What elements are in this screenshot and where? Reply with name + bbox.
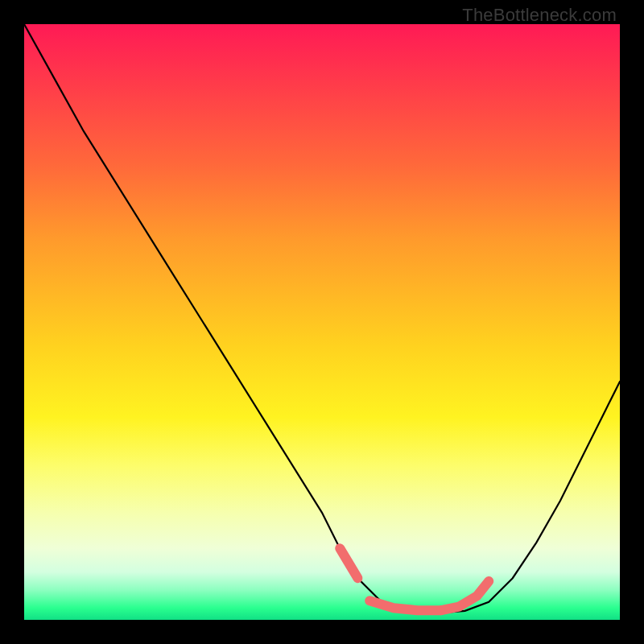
highlight-group xyxy=(340,548,489,610)
chart-frame: TheBottleneck.com xyxy=(0,0,644,644)
highlight-valley-floor xyxy=(369,601,441,610)
highlight-left-shoulder xyxy=(340,548,357,578)
bottleneck-curve xyxy=(24,24,620,613)
highlight-right-shoulder xyxy=(441,581,489,610)
curve-svg xyxy=(24,24,620,620)
plot-area xyxy=(24,24,620,620)
watermark-label: TheBottleneck.com xyxy=(462,5,617,26)
